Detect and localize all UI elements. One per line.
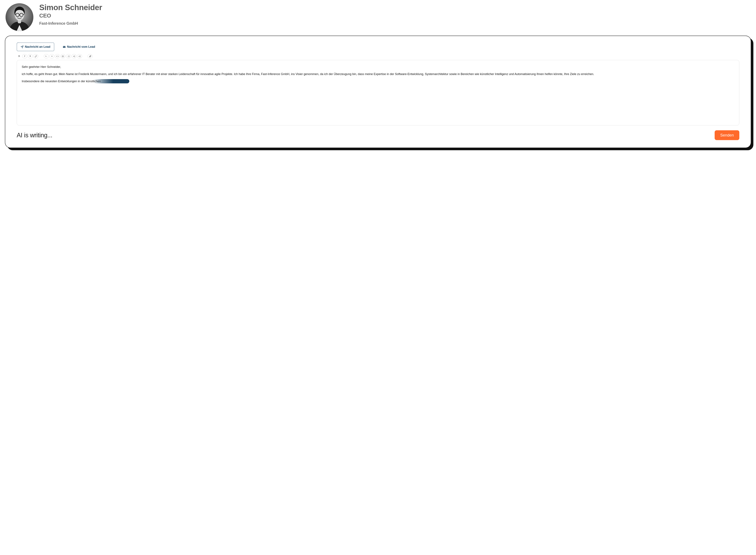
tab-label: Nachricht vom Lead (67, 45, 95, 49)
lead-company: Fast-Inference GmbH (39, 21, 102, 26)
ordered-list-button[interactable]: 123 (66, 54, 71, 58)
lead-name: Simon Schneider (39, 4, 102, 11)
editor-toolbar: B I S TT 123 (17, 54, 739, 60)
lead-header: Simon Schneider CEO Fast-Inference GmbH (6, 3, 751, 31)
link-button[interactable] (33, 54, 38, 58)
svg-text:T: T (46, 56, 47, 57)
ai-status-text: AI is writing... (17, 132, 52, 139)
send-button[interactable]: Senden (715, 130, 739, 140)
tab-message-to-lead[interactable]: Nachricht an Lead (17, 43, 54, 51)
lead-info: Simon Schneider CEO Fast-Inference GmbH (39, 3, 102, 26)
message-greeting: Sehr geehrter Herr Schneider, (22, 65, 734, 69)
bold-button[interactable]: B (17, 54, 21, 58)
text-size-button[interactable]: TT (44, 54, 49, 58)
italic-button[interactable]: I (22, 54, 27, 58)
svg-rect-9 (63, 46, 65, 48)
svg-point-17 (62, 57, 62, 57)
lead-avatar (6, 3, 33, 31)
message-typing-prefix: Insbesondere die neuesten Entwicklungen … (22, 80, 101, 83)
svg-point-16 (62, 56, 62, 56)
message-body: ich hoffe, es geht Ihnen gut. Mein Name … (22, 72, 734, 76)
svg-text:3: 3 (68, 56, 68, 57)
outdent-button[interactable] (72, 54, 77, 58)
attachment-button[interactable] (88, 54, 92, 58)
message-editor[interactable]: Sehr geehrter Herr Schneider, ich hoffe,… (17, 60, 739, 125)
compose-footer: AI is writing... Senden (17, 130, 739, 140)
message-typing-line: Insbesondere die neuesten Entwicklungen … (22, 79, 734, 84)
paper-plane-icon (20, 45, 24, 48)
svg-text:T: T (45, 55, 46, 57)
svg-point-15 (62, 55, 62, 56)
ai-typing-cursor-icon (93, 79, 129, 83)
message-direction-tabs: Nachricht an Lead Nachricht vom Lead (17, 43, 739, 51)
lead-role: CEO (39, 12, 102, 19)
tab-label: Nachricht an Lead (25, 45, 50, 49)
strikethrough-button[interactable]: S (28, 54, 33, 58)
compose-card: Nachricht an Lead Nachricht vom Lead B I… (5, 36, 751, 148)
unordered-list-button[interactable] (60, 54, 65, 58)
tab-message-from-lead[interactable]: Nachricht vom Lead (59, 43, 99, 51)
indent-button[interactable] (77, 54, 82, 58)
blockquote-button[interactable] (49, 54, 54, 58)
code-button[interactable] (55, 54, 60, 58)
envelope-icon (63, 45, 66, 48)
